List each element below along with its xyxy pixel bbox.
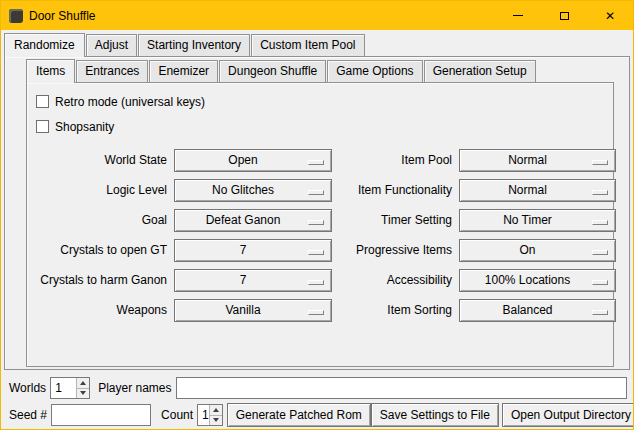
tab-game-options[interactable]: Game Options: [327, 60, 422, 82]
randomize-page: Items Entrances Enemizer Dungeon Shuffle…: [4, 56, 630, 370]
seed-input[interactable]: [51, 404, 151, 426]
maximize-icon: [560, 12, 569, 20]
dropdown-indicator-icon: [308, 220, 324, 225]
item-pool-label: Item Pool: [339, 153, 452, 167]
crystals-gt-label: Crystals to open GT: [33, 243, 167, 257]
minimize-icon: [513, 15, 523, 16]
crystals-ganon-label: Crystals to harm Ganon: [33, 273, 167, 287]
minimize-button[interactable]: [495, 1, 541, 30]
crystals-ganon-value: 7: [240, 273, 247, 287]
weapons-value: Vanilla: [225, 303, 260, 317]
tab-starting-inventory[interactable]: Starting Inventory: [138, 34, 250, 56]
worlds-row: Worlds 1 Player names: [9, 376, 627, 400]
sub-tab-bar: Items Entrances Enemizer Dungeon Shuffle…: [26, 59, 614, 82]
dropdown-indicator-icon: [592, 250, 608, 255]
tab-entrances[interactable]: Entrances: [76, 60, 148, 82]
count-up-button[interactable]: [210, 405, 222, 415]
maximize-button[interactable]: [541, 1, 587, 30]
goal-value: Defeat Ganon: [206, 213, 281, 227]
dropdown-indicator-icon: [592, 310, 608, 315]
item-sorting-dropdown[interactable]: Balanced: [459, 299, 616, 322]
arrow-down-icon: [80, 391, 86, 395]
dropdown-indicator-icon: [592, 280, 608, 285]
logic-level-dropdown[interactable]: No Glitches: [174, 179, 332, 202]
tab-generation-setup[interactable]: Generation Setup: [424, 60, 536, 82]
accessibility-value: 100% Locations: [485, 273, 570, 287]
arrow-up-icon: [80, 381, 86, 385]
weapons-dropdown[interactable]: Vanilla: [174, 299, 332, 322]
progressive-items-value: On: [519, 243, 535, 257]
shopsanity-label: Shopsanity: [55, 120, 114, 134]
tab-adjust[interactable]: Adjust: [86, 34, 137, 56]
dropdown-indicator-icon: [592, 220, 608, 225]
titlebar[interactable]: Door Shuffle ✕: [1, 1, 633, 30]
retro-mode-checkbox[interactable]: Retro mode (universal keys): [36, 89, 609, 114]
shopsanity-checkbox[interactable]: Shopsanity: [36, 114, 609, 139]
tab-randomize[interactable]: Randomize: [4, 33, 85, 57]
tab-dungeon-shuffle[interactable]: Dungeon Shuffle: [219, 60, 326, 82]
checkbox-box-icon[interactable]: [36, 120, 49, 133]
dropdown-indicator-icon: [592, 160, 608, 165]
goal-dropdown[interactable]: Defeat Ganon: [174, 209, 332, 232]
worlds-up-button[interactable]: [77, 378, 89, 388]
tab-enemizer[interactable]: Enemizer: [149, 60, 218, 82]
save-settings-button[interactable]: Save Settings to File: [371, 403, 499, 427]
tab-custom-item-pool[interactable]: Custom Item Pool: [251, 34, 364, 56]
item-functionality-dropdown[interactable]: Normal: [459, 179, 616, 202]
bottom-controls: Worlds 1 Player names Seed # Count 1: [9, 376, 627, 427]
weapons-label: Weapons: [33, 303, 167, 317]
item-sorting-label: Item Sorting: [339, 303, 452, 317]
worlds-value: 1: [51, 378, 76, 398]
tab-items[interactable]: Items: [26, 59, 75, 83]
dropdown-indicator-icon: [308, 190, 324, 195]
arrow-up-icon: [213, 408, 219, 412]
player-names-input[interactable]: [176, 377, 628, 399]
crystals-gt-value: 7: [240, 243, 247, 257]
world-state-dropdown[interactable]: Open: [174, 149, 332, 172]
randomize-sub-notebook: Items Entrances Enemizer Dungeon Shuffle…: [26, 59, 614, 367]
count-stepper[interactable]: 1: [197, 404, 223, 426]
timer-setting-value: No Timer: [503, 213, 552, 227]
item-pool-value: Normal: [508, 153, 547, 167]
crystals-ganon-dropdown[interactable]: 7: [174, 269, 332, 292]
checkbox-box-icon[interactable]: [36, 95, 49, 108]
generate-patched-rom-button[interactable]: Generate Patched Rom: [227, 403, 371, 427]
retro-mode-label: Retro mode (universal keys): [55, 95, 205, 109]
goal-label: Goal: [33, 213, 167, 227]
world-state-label: World State: [33, 153, 167, 167]
main-tab-bar: Randomize Adjust Starting Inventory Cust…: [4, 33, 630, 56]
settings-grid: World State Open Item Pool Normal Logic …: [33, 145, 609, 325]
player-names-label: Player names: [98, 381, 171, 395]
item-functionality-label: Item Functionality: [339, 183, 452, 197]
items-page: Retro mode (universal keys) Shopsanity W…: [26, 82, 614, 367]
world-state-value: Open: [228, 153, 257, 167]
worlds-stepper[interactable]: 1: [50, 377, 90, 399]
dropdown-indicator-icon: [308, 250, 324, 255]
dropdown-indicator-icon: [308, 310, 324, 315]
close-button[interactable]: ✕: [587, 1, 633, 30]
timer-setting-label: Timer Setting: [339, 213, 452, 227]
logic-level-label: Logic Level: [33, 183, 167, 197]
item-sorting-value: Balanced: [502, 303, 552, 317]
open-output-directory-button[interactable]: Open Output Directory: [502, 403, 634, 427]
logic-level-value: No Glitches: [212, 183, 274, 197]
accessibility-label: Accessibility: [339, 273, 452, 287]
worlds-label: Worlds: [9, 381, 46, 395]
count-down-button[interactable]: [210, 415, 222, 426]
progressive-items-dropdown[interactable]: On: [459, 239, 616, 262]
close-icon: ✕: [605, 10, 615, 22]
dropdown-indicator-icon: [308, 160, 324, 165]
item-pool-dropdown[interactable]: Normal: [459, 149, 616, 172]
seed-row: Seed # Count 1 Generate Patched Rom Save…: [9, 403, 627, 427]
item-functionality-value: Normal: [508, 183, 547, 197]
accessibility-dropdown[interactable]: 100% Locations: [459, 269, 616, 292]
worlds-down-button[interactable]: [77, 388, 89, 399]
timer-setting-dropdown[interactable]: No Timer: [459, 209, 616, 232]
progressive-items-label: Progressive Items: [339, 243, 452, 257]
window-title: Door Shuffle: [29, 9, 96, 23]
dropdown-indicator-icon: [308, 280, 324, 285]
door-shuffle-window: Door Shuffle ✕ Randomize Adjust Starting…: [0, 0, 634, 430]
dropdown-indicator-icon: [592, 190, 608, 195]
crystals-gt-dropdown[interactable]: 7: [174, 239, 332, 262]
main-notebook: Randomize Adjust Starting Inventory Cust…: [4, 33, 630, 370]
